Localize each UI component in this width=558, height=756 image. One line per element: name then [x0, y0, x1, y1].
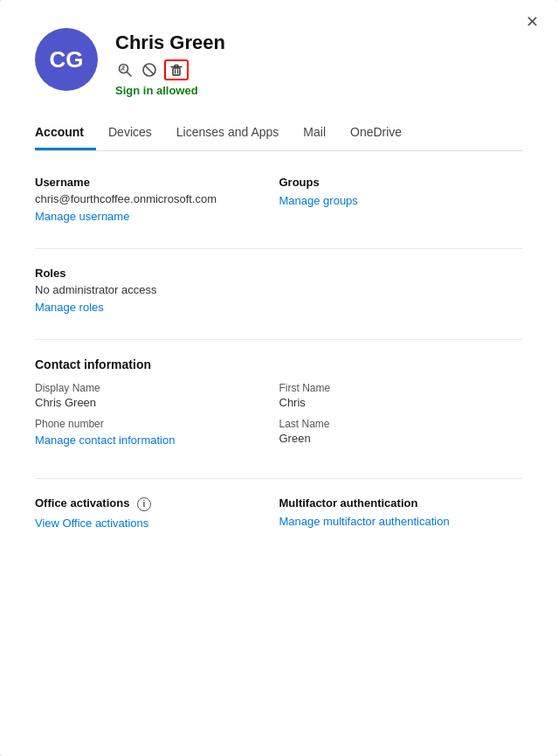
contact-section: Contact information Display Name Chris G…	[35, 357, 523, 454]
tab-account[interactable]: Account	[35, 116, 96, 150]
username-col: Username chris@fourthcoffee.onmicrosoft.…	[35, 176, 279, 224]
roles-section: Roles No administrator access Manage rol…	[35, 267, 523, 315]
office-heading: Office activations i	[35, 496, 279, 511]
groups-col: Groups Manage groups	[279, 176, 524, 224]
display-name-label: Display Name	[35, 382, 279, 394]
avatar: CG	[35, 28, 98, 91]
username-value: chris@fourthcoffee.onmicrosoft.com	[35, 192, 279, 205]
office-col: Office activations i View Office activat…	[35, 496, 279, 531]
contact-right-col: First Name Chris Last Name Green	[279, 382, 524, 454]
svg-line-1	[127, 73, 132, 77]
groups-heading: Groups	[279, 176, 524, 189]
mfa-col: Multifactor authentication Manage multif…	[279, 496, 524, 531]
tab-devices[interactable]: Devices	[108, 116, 164, 150]
contact-row: Display Name Chris Green Phone number Ma…	[35, 382, 523, 454]
last-name-label: Last Name	[279, 418, 524, 430]
view-office-activations-link[interactable]: View Office activations	[35, 517, 148, 530]
manage-groups-link[interactable]: Manage groups	[279, 194, 358, 207]
last-name-value: Green	[279, 432, 524, 445]
svg-rect-5	[173, 68, 180, 75]
close-button[interactable]: ✕	[520, 12, 544, 31]
user-name: Chris Green	[115, 31, 225, 54]
tab-mail[interactable]: Mail	[303, 116, 338, 150]
roles-value: No administrator access	[35, 283, 523, 296]
office-mfa-section: Office activations i View Office activat…	[35, 496, 523, 531]
username-groups-section: Username chris@fourthcoffee.onmicrosoft.…	[35, 176, 523, 224]
user-dialog: ✕ CG Chris Green	[0, 0, 558, 756]
contact-heading: Contact information	[35, 357, 523, 371]
divider-2	[35, 339, 523, 340]
info-icon: i	[137, 497, 151, 511]
search-user-icon[interactable]	[115, 60, 134, 80]
svg-point-2	[122, 66, 124, 67]
manage-mfa-link[interactable]: Manage multifactor authentication	[279, 515, 450, 528]
roles-heading: Roles	[35, 267, 523, 280]
dialog-header: CG Chris Green	[0, 0, 558, 97]
account-content: Username chris@fourthcoffee.onmicrosoft.…	[0, 151, 558, 583]
display-name-value: Chris Green	[35, 396, 279, 409]
header-info: Chris Green	[115, 28, 225, 97]
tab-licenses-apps[interactable]: Licenses and Apps	[176, 116, 292, 150]
block-user-icon[interactable]	[140, 60, 159, 80]
username-heading: Username	[35, 176, 279, 189]
divider-3	[35, 478, 523, 479]
header-actions	[115, 59, 225, 80]
manage-roles-link[interactable]: Manage roles	[35, 301, 104, 314]
svg-line-4	[145, 66, 155, 75]
first-name-label: First Name	[279, 382, 524, 394]
delete-user-icon[interactable]	[164, 59, 189, 80]
manage-username-link[interactable]: Manage username	[35, 210, 129, 223]
manage-contact-link[interactable]: Manage contact information	[35, 433, 175, 447]
phone-label: Phone number	[35, 418, 279, 430]
sign-in-status: Sign in allowed	[115, 84, 225, 97]
tab-bar: Account Devices Licenses and Apps Mail O…	[35, 116, 523, 151]
first-name-value: Chris	[279, 396, 524, 409]
tab-onedrive[interactable]: OneDrive	[350, 116, 414, 150]
phone-section: Phone number Manage contact information	[35, 418, 279, 447]
mfa-heading: Multifactor authentication	[279, 496, 524, 510]
contact-left-col: Display Name Chris Green Phone number Ma…	[35, 382, 279, 454]
divider-1	[35, 248, 523, 249]
